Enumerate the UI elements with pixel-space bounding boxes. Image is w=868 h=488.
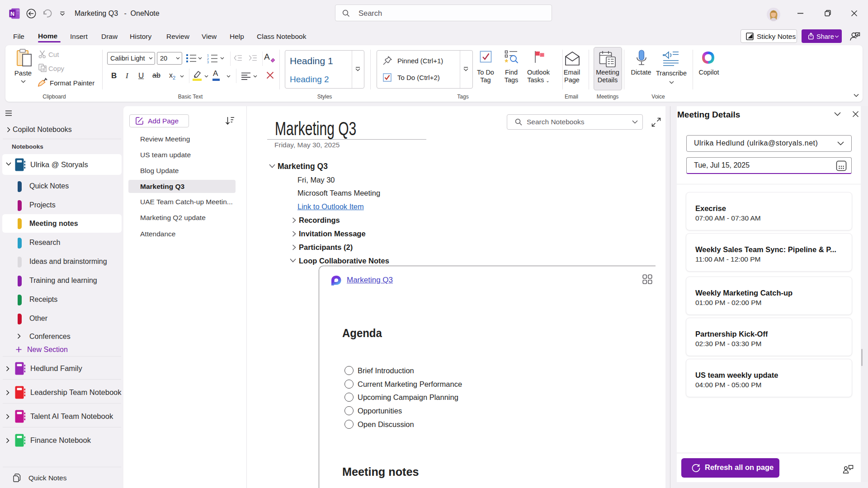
svg-text:3: 3 [207, 61, 209, 63]
svg-text:2: 2 [207, 57, 209, 61]
svg-text:N: N [10, 11, 14, 17]
svg-text:1: 1 [207, 54, 209, 57]
